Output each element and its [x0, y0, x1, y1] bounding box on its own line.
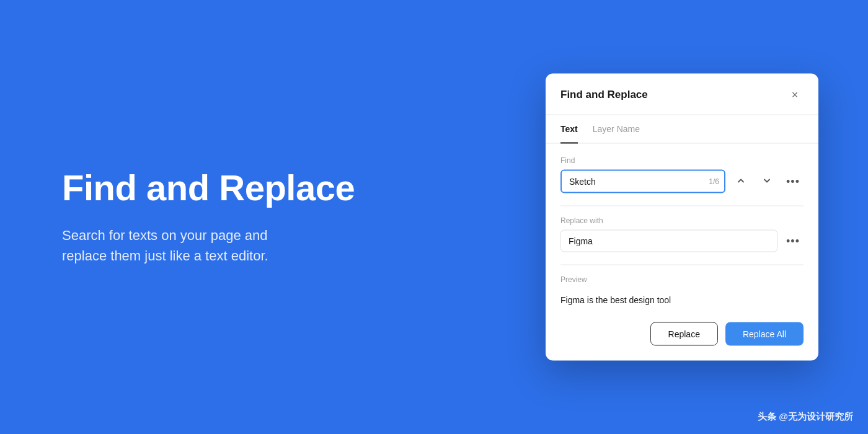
tabs-row: Text Layer Name	[546, 115, 818, 144]
next-match-button[interactable]	[756, 171, 777, 192]
preview-section: Preview Figma is the best design tool	[560, 275, 804, 308]
replace-all-button[interactable]: Replace All	[725, 322, 804, 346]
watermark: 头条 @无为设计研究所	[758, 411, 853, 423]
dialog-body: Find 1/6	[546, 144, 818, 361]
close-icon: ×	[792, 88, 799, 101]
hero-subtitle: Search for texts on your page andreplace…	[62, 225, 355, 266]
hero-section: Find and Replace Search for texts on you…	[62, 168, 355, 266]
replace-more-button[interactable]: •••	[782, 231, 804, 252]
tab-text[interactable]: Text	[560, 115, 578, 144]
chevron-up-icon	[737, 177, 745, 186]
replace-button[interactable]: Replace	[650, 322, 718, 346]
find-input[interactable]	[560, 170, 725, 193]
buttons-row: Replace Replace All	[560, 322, 804, 346]
find-label: Find	[560, 156, 804, 165]
replace-ellipsis-icon: •••	[786, 236, 800, 247]
ellipsis-icon: •••	[786, 176, 800, 187]
find-replace-dialog: Find and Replace × Text Layer Name Find …	[546, 74, 818, 361]
dialog-header: Find and Replace ×	[546, 74, 818, 115]
replace-row: •••	[560, 230, 804, 252]
replace-input[interactable]	[560, 230, 777, 252]
hero-title: Find and Replace	[62, 168, 355, 208]
dialog-title: Find and Replace	[560, 89, 648, 101]
preview-divider	[560, 265, 804, 265]
replace-with-label: Replace with	[560, 216, 804, 225]
find-input-wrapper: 1/6	[560, 170, 725, 193]
find-count: 1/6	[709, 177, 719, 186]
chevron-down-icon	[763, 177, 771, 186]
close-button[interactable]: ×	[786, 86, 804, 104]
find-row: 1/6 •••	[560, 170, 804, 193]
find-more-button[interactable]: •••	[782, 171, 804, 192]
prev-match-button[interactable]	[730, 171, 751, 192]
replace-input-wrapper	[560, 230, 777, 252]
preview-label: Preview	[560, 275, 804, 284]
preview-text: Figma is the best design tool	[560, 289, 804, 308]
tab-layer-name[interactable]: Layer Name	[593, 115, 640, 144]
section-divider	[560, 206, 804, 206]
